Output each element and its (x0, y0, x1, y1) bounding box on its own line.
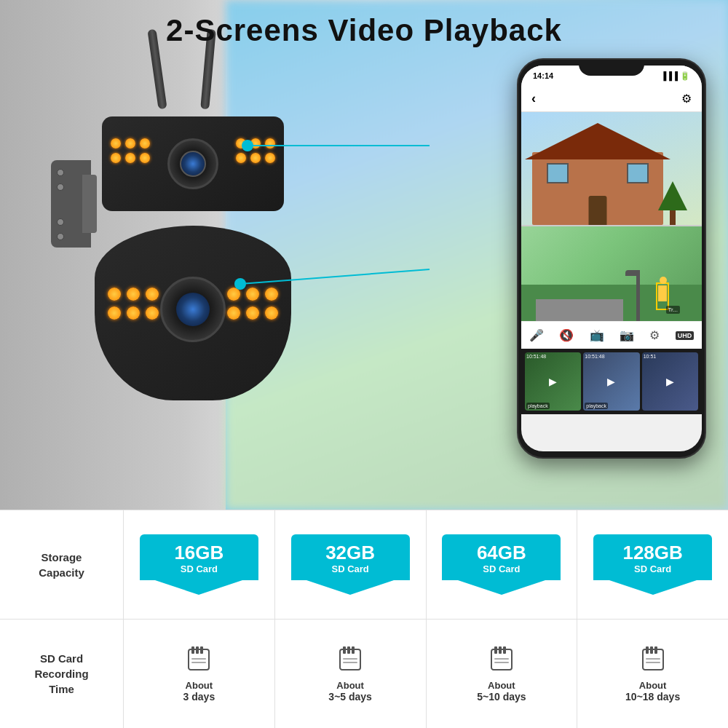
days-label-1: 3 days (183, 691, 215, 703)
storage-cells: 16GB SD Card 32GB SD Card (124, 510, 728, 619)
bottom-lens-inner (176, 293, 210, 326)
svg-rect-21 (494, 662, 509, 663)
playback-thumbnails: 10:51:48 playback 10:51:48 playback 10:5… (521, 349, 702, 414)
phone-status-icons: ▐▐▐ 🔋 (661, 71, 690, 81)
bottom-left-leds (108, 288, 159, 320)
badge-arrow-64gb (458, 580, 545, 595)
screen-icon[interactable]: 📺 (590, 328, 604, 342)
storage-cell-32gb: 32GB SD Card (275, 510, 427, 619)
house-window-1 (547, 163, 569, 183)
led-b12 (265, 306, 278, 320)
tracking-label: Tr... (666, 306, 680, 314)
back-button[interactable]: ‹ (531, 91, 536, 106)
led-1 (111, 138, 121, 149)
led-b10 (227, 306, 240, 320)
days-label-2: 3~5 days (328, 691, 372, 703)
svg-rect-17 (494, 646, 497, 654)
street-light-pole (636, 270, 640, 321)
thumb-time-3: 10:51 (644, 354, 657, 359)
led-b11 (246, 306, 259, 320)
storage-badge-64gb: 64GB SD Card (436, 527, 566, 602)
hero-section: 2-Screens Video Playback (0, 0, 728, 510)
badge-body-128gb: 128GB SD Card (593, 534, 712, 580)
storage-badge-32gb: 32GB SD Card (285, 527, 416, 602)
storage-cell-128gb: 128GB SD Card (577, 510, 728, 619)
svg-rect-23 (646, 646, 649, 654)
led-5 (125, 153, 135, 163)
about-label-1: About (186, 680, 213, 691)
led-b5 (127, 306, 140, 320)
svg-rect-13 (352, 646, 355, 654)
led-12 (265, 153, 275, 163)
camera-body (87, 102, 306, 466)
svg-rect-20 (494, 658, 509, 660)
sd-icon-1 (186, 645, 212, 677)
screw-2 (57, 183, 64, 191)
sd-icon-4 (640, 645, 666, 677)
led-b4 (108, 306, 121, 320)
screw-3 (57, 218, 64, 226)
led-11 (250, 153, 261, 163)
badge-size-128gb: 128GB (598, 543, 708, 562)
thumb-label-2: playback (585, 403, 608, 409)
thumbnail-2[interactable]: 10:51:48 playback (583, 352, 639, 411)
thumbnail-1[interactable]: 10:51:48 playback (525, 352, 581, 411)
sd-icon-2 (337, 645, 363, 677)
phone-screen: 14:14 ▐▐▐ 🔋 ‹ ⚙ (521, 66, 702, 451)
settings-button[interactable]: ⚙ (681, 92, 692, 106)
phone-device: 14:14 ▐▐▐ 🔋 ‹ ⚙ (517, 58, 706, 459)
thumb-time-2: 10:51:48 (585, 354, 604, 359)
svg-rect-26 (646, 658, 660, 660)
right-leds (236, 138, 275, 163)
recording-cells: About 3 days A (124, 620, 728, 728)
camera-feed-top (521, 112, 702, 225)
badge-arrow-128gb (609, 580, 697, 595)
badge-size-64gb: 64GB (446, 543, 556, 562)
svg-rect-27 (646, 662, 660, 663)
led-b9 (265, 288, 278, 301)
badge-size-16gb: 16GB (144, 543, 254, 562)
badge-body-16gb: 16GB SD Card (140, 534, 258, 580)
led-b3 (146, 288, 159, 301)
wall-bracket (51, 160, 91, 248)
road (536, 299, 623, 321)
phone-body: 14:14 ▐▐▐ 🔋 ‹ ⚙ (517, 58, 706, 459)
uhd-badge: UHD (676, 331, 695, 340)
led-b2 (127, 288, 140, 301)
badge-body-32gb: 32GB SD Card (291, 534, 410, 580)
svg-rect-6 (196, 646, 199, 654)
thumb-label-1: playback (526, 403, 550, 409)
settings-gear-icon[interactable]: ⚙ (649, 328, 660, 342)
mic-icon[interactable]: 🎤 (529, 328, 544, 342)
speaker-icon[interactable]: 🔇 (559, 328, 574, 342)
badge-arrow-32gb (306, 580, 394, 595)
storage-row: Storage Capacity 16GB SD Card (0, 510, 728, 620)
recording-row: SD Card Recording Time (0, 620, 728, 728)
led-7 (236, 138, 246, 149)
info-table: Storage Capacity 16GB SD Card (0, 510, 728, 728)
photo-icon[interactable]: 📷 (620, 328, 634, 342)
badge-label-32gb: SD Card (296, 563, 405, 574)
storage-badge-128gb: 128GB SD Card (587, 527, 718, 602)
phone-controls-bar: 🎤 🔇 📺 📷 ⚙ UHD (521, 321, 702, 349)
phone-time: 14:14 (533, 71, 553, 80)
about-label-2: About (336, 680, 364, 691)
tree-1 (658, 181, 687, 225)
badge-arrow-16gb (155, 580, 242, 595)
top-lens-inner (180, 151, 206, 177)
svg-rect-7 (200, 646, 203, 654)
led-b1 (108, 288, 121, 301)
camera-feed-bottom: Tr... (521, 226, 702, 321)
led-3 (140, 138, 150, 149)
about-label-3: About (488, 680, 515, 691)
street-light-head (625, 270, 640, 276)
storage-label: Storage Capacity (0, 510, 124, 619)
badge-label-16gb: SD Card (144, 563, 254, 574)
recording-cell-3: About 5~10 days (427, 620, 578, 728)
days-label-4: 10~18 days (625, 691, 680, 703)
left-leds (111, 138, 150, 163)
led-8 (250, 138, 261, 149)
svg-rect-12 (347, 646, 350, 654)
thumbnail-3[interactable]: 10:51 (642, 352, 698, 411)
svg-rect-25 (654, 646, 657, 654)
